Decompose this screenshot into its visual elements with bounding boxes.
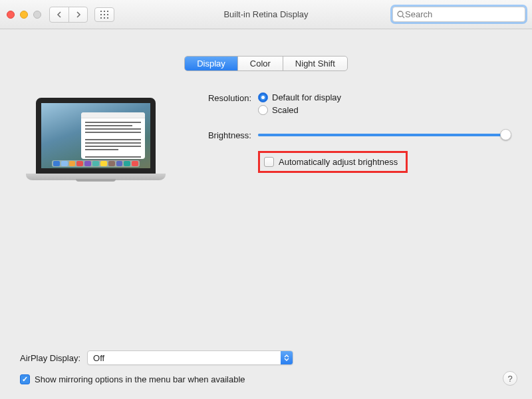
resolution-label: Resolution: [189, 92, 258, 103]
auto-brightness-label: Automatically adjust brightness [279, 157, 398, 167]
brightness-label: Brightness: [189, 130, 258, 140]
close-button[interactable] [7, 11, 15, 19]
svg-point-9 [398, 11, 403, 17]
slider-thumb-icon[interactable] [500, 129, 511, 140]
minimize-button[interactable] [20, 11, 28, 19]
chevron-right-icon [76, 11, 81, 18]
radio-label: Default for display [272, 92, 341, 102]
airplay-label: AirPlay Display: [20, 353, 80, 363]
checkbox-icon [20, 374, 30, 384]
search-icon [397, 11, 405, 19]
search-field-wrap[interactable] [392, 7, 525, 22]
brightness-row: Brightness: [189, 130, 509, 142]
search-input[interactable] [405, 9, 521, 19]
tab-color[interactable]: Color [237, 57, 283, 70]
show-all-button[interactable] [94, 7, 114, 22]
brightness-slider[interactable] [258, 130, 509, 142]
nav-back-forward [49, 7, 88, 23]
back-button[interactable] [50, 7, 68, 22]
svg-rect-8 [107, 17, 108, 19]
resolution-radio-default[interactable]: Default for display [258, 92, 341, 102]
radio-label: Scaled [272, 105, 299, 115]
svg-rect-4 [104, 14, 105, 15]
svg-rect-2 [107, 11, 108, 12]
svg-rect-3 [100, 14, 102, 15]
airplay-row: AirPlay Display: Off [20, 350, 512, 365]
settings-column: Resolution: Default for display Scaled B… [189, 90, 509, 190]
mirroring-label: Show mirroring options in the menu bar w… [35, 374, 245, 384]
radio-icon [258, 92, 268, 102]
checkbox-icon [264, 157, 274, 167]
zoom-button[interactable] [33, 11, 41, 19]
mirroring-checkbox[interactable]: Show mirroring options in the menu bar w… [20, 374, 512, 384]
resolution-row: Resolution: Default for display Scaled [189, 92, 509, 115]
view-tabs: Display Color Night Shift [184, 56, 348, 71]
main-content: Resolution: Default for display Scaled B… [0, 71, 532, 190]
auto-brightness-checkbox[interactable]: Automatically adjust brightness [258, 151, 408, 173]
popup-arrows-icon [281, 351, 293, 364]
help-icon: ? [507, 374, 512, 384]
svg-rect-0 [100, 11, 102, 12]
tab-night-shift[interactable]: Night Shift [283, 57, 347, 70]
window-footer: AirPlay Display: Off Show mirroring opti… [0, 350, 532, 399]
grid-icon [100, 11, 108, 19]
svg-rect-5 [107, 14, 108, 15]
airplay-value: Off [93, 353, 104, 363]
svg-rect-7 [104, 17, 105, 19]
traffic-lights [7, 11, 41, 19]
forward-button[interactable] [68, 7, 87, 22]
chevron-left-icon [57, 11, 62, 18]
resolution-radio-scaled[interactable]: Scaled [258, 105, 341, 115]
svg-line-10 [402, 16, 404, 18]
tab-display[interactable]: Display [185, 57, 237, 70]
airplay-popup[interactable]: Off [87, 350, 293, 365]
svg-rect-1 [104, 11, 105, 12]
radio-icon [258, 105, 268, 115]
svg-rect-6 [100, 17, 102, 19]
tabs-row: Display Color Night Shift [0, 29, 532, 71]
display-illustration [23, 90, 169, 190]
help-button[interactable]: ? [503, 371, 517, 386]
window-toolbar: Built-in Retina Display [0, 0, 532, 29]
